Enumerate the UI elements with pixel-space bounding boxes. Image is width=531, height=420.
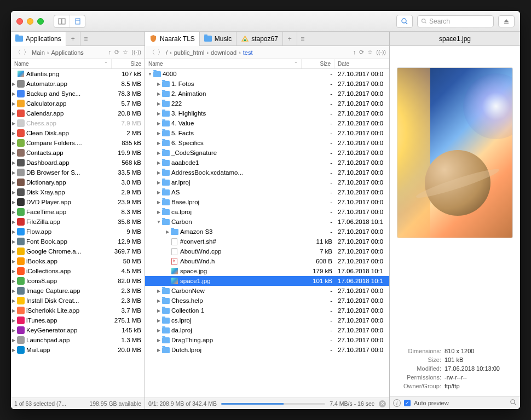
disclosure-icon[interactable]: ▼ [147, 72, 153, 77]
file-row[interactable]: ▶ca.lproj-27.10.2017 00:0 [145, 207, 389, 217]
file-row[interactable]: ▶Install Disk Creat...2.3 MB [11, 296, 145, 306]
file-row[interactable]: ▶Compare Folders....835 kB [11, 138, 145, 148]
disclosure-icon[interactable]: ▶ [11, 111, 16, 116]
file-row[interactable]: ▶KeyGenerator.app145 kB [11, 325, 145, 335]
add-tab-mid[interactable]: + [283, 32, 297, 45]
disclosure-icon[interactable]: ▶ [11, 318, 16, 323]
file-row[interactable]: hAboutWnd.h608 B27.10.2017 00:0 [145, 256, 389, 266]
star-icon[interactable]: ☆ [367, 49, 373, 56]
up-icon[interactable]: ↑ [108, 49, 112, 56]
disclosure-icon[interactable]: ▶ [11, 269, 16, 274]
disclosure-icon[interactable]: ▶ [11, 180, 16, 185]
disclosure-icon[interactable]: ▶ [11, 239, 16, 244]
view-mode-1[interactable] [54, 15, 70, 27]
up-icon[interactable]: ↑ [353, 49, 356, 56]
file-row[interactable]: ▶FileZilla.app35.8 MB [11, 217, 145, 227]
eject-button[interactable] [498, 15, 515, 27]
disclosure-icon[interactable]: ▶ [11, 190, 16, 195]
disclosure-icon[interactable]: ▶ [11, 328, 16, 333]
left-file-list[interactable]: Atlantis.png107 kB▶Automator.app8.5 MB▶B… [11, 69, 145, 398]
search-input[interactable]: Search [417, 15, 494, 27]
file-row[interactable]: ▶Dictionary.app3.0 MB [11, 177, 145, 187]
broadcast-icon[interactable]: ((·)) [131, 49, 141, 56]
disclosure-icon[interactable]: ▶ [156, 151, 161, 156]
file-row[interactable]: space.jpg179 kB17.06.2018 10:1 [145, 266, 389, 276]
disclosure-icon[interactable]: ▶ [156, 141, 161, 146]
file-row[interactable]: ▶Dashboard.app568 kB [11, 158, 145, 168]
file-row[interactable]: ▶FaceTime.app8.3 MB [11, 207, 145, 217]
disclosure-icon[interactable]: ▶ [156, 308, 161, 313]
file-row[interactable]: ▶DragThing.app-27.10.2017 00:0 [145, 335, 389, 345]
file-row[interactable]: ▶Launchpad.app1.3 MB [11, 335, 145, 345]
col-name[interactable]: Name⌃ [145, 59, 302, 68]
file-row[interactable]: #convert.sh#11 kB27.10.2017 00:0 [145, 237, 389, 246]
file-row[interactable]: ▶Font Book.app12.9 MB [11, 237, 145, 246]
disclosure-icon[interactable]: ▶ [156, 318, 161, 323]
tab-menu-left[interactable]: ≡ [80, 32, 91, 45]
file-row[interactable]: ▶Disk Xray.app2.9 MB [11, 187, 145, 197]
disclosure-icon[interactable]: ▼ [156, 220, 161, 225]
file-row[interactable]: ▶5. Facts-27.10.2017 00:0 [145, 128, 389, 138]
file-row[interactable]: ▶Flow.app9 MB [11, 227, 145, 237]
file-row[interactable]: ▶222-27.10.2017 00:0 [145, 99, 389, 108]
file-row[interactable]: ▶1. Fotos-27.10.2017 00:0 [145, 79, 389, 89]
file-row[interactable]: ▶da.lproj-27.10.2017 00:0 [145, 325, 389, 335]
disclosure-icon[interactable]: ▶ [156, 200, 161, 205]
file-row[interactable]: ▼Carbon-17.06.2018 10:1 [145, 217, 389, 227]
disclosure-icon[interactable]: ▶ [11, 170, 16, 175]
crumb-root[interactable]: / [166, 49, 168, 56]
disclosure-icon[interactable]: ▶ [156, 298, 161, 303]
file-row[interactable]: ▶Chess.app7.9 MB [11, 118, 145, 128]
refresh-icon[interactable]: ⟳ [114, 49, 119, 56]
disclosure-icon[interactable]: ▶ [11, 229, 16, 234]
tab-menu-mid[interactable]: ≡ [297, 32, 308, 45]
file-row[interactable]: ▶Icons8.app82.0 MB [11, 276, 145, 286]
disclosure-icon[interactable]: ▶ [156, 210, 161, 215]
zoom-icon[interactable] [510, 399, 517, 407]
disclosure-icon[interactable]: ▶ [11, 121, 16, 126]
disclosure-icon[interactable]: ▶ [11, 200, 16, 205]
disclosure-icon[interactable]: ▶ [11, 141, 16, 146]
refresh-icon[interactable]: ⟳ [359, 49, 364, 56]
col-date[interactable]: Date [334, 59, 389, 68]
disclosure-icon[interactable]: ▶ [11, 289, 16, 294]
find-button[interactable] [397, 15, 412, 27]
tab-applications[interactable]: Applications [11, 32, 66, 45]
mid-file-list[interactable]: ▼4000-27.10.2017 00:0▶1. Fotos-27.10.201… [145, 69, 389, 398]
disclosure-icon[interactable]: ▶ [165, 229, 170, 234]
file-row[interactable]: ▶Collection 1-27.10.2017 00:0 [145, 306, 389, 315]
file-row[interactable]: space1.jpg101 kB17.06.2018 10:1 [145, 276, 389, 286]
crumb-3[interactable]: test [243, 49, 253, 56]
file-row[interactable]: ▶iCollections.app4.5 MB [11, 266, 145, 276]
file-row[interactable]: ▶Calendar.app20.8 MB [11, 108, 145, 118]
file-row[interactable]: ▶Base.lproj-27.10.2017 00:0 [145, 197, 389, 207]
file-row[interactable]: ▶aaabcde1-27.10.2017 00:0 [145, 158, 389, 168]
file-row[interactable]: ▶ar.lproj-27.10.2017 00:0 [145, 177, 389, 187]
file-row[interactable]: ▶iScherlokk Lite.app3.7 MB [11, 306, 145, 315]
disclosure-icon[interactable]: ▶ [11, 298, 16, 303]
file-row[interactable]: ▶Chess.help-27.10.2017 00:0 [145, 296, 389, 306]
disclosure-icon[interactable]: ▶ [11, 348, 16, 353]
disclosure-icon[interactable]: ▶ [156, 338, 161, 343]
disclosure-icon[interactable]: ▶ [156, 348, 161, 353]
disclosure-icon[interactable]: ▶ [156, 328, 161, 333]
view-mode-2[interactable] [70, 15, 85, 27]
file-row[interactable]: ▶DVD Player.app23.9 MB [11, 197, 145, 207]
file-row[interactable]: ▶Image Capture.app2.3 MB [11, 286, 145, 296]
nav-forward[interactable]: 〉 [23, 48, 30, 56]
disclosure-icon[interactable]: ▶ [11, 101, 16, 106]
disclosure-icon[interactable]: ▶ [11, 151, 16, 156]
crumb-applications[interactable]: Applications [51, 49, 84, 56]
add-tab-left[interactable]: + [66, 32, 80, 45]
file-row[interactable]: ▶CarbonNew-27.10.2017 00:0 [145, 286, 389, 296]
broadcast-icon[interactable]: ((·)) [376, 49, 386, 56]
file-row[interactable]: ▶iBooks.app50 MB [11, 256, 145, 266]
file-row[interactable]: Atlantis.png107 kB [11, 69, 145, 79]
disclosure-icon[interactable]: ▶ [156, 160, 161, 165]
nav-forward[interactable]: 〉 [157, 48, 164, 56]
tab-stapoz[interactable]: stapoz67 [236, 32, 283, 45]
disclosure-icon[interactable]: ▶ [11, 131, 16, 136]
disclosure-icon[interactable]: ▶ [156, 170, 161, 175]
file-row[interactable]: ▶iTunes.app275.1 MB [11, 315, 145, 325]
file-row[interactable]: ▶_CodeSignature-27.10.2017 00:0 [145, 148, 389, 158]
